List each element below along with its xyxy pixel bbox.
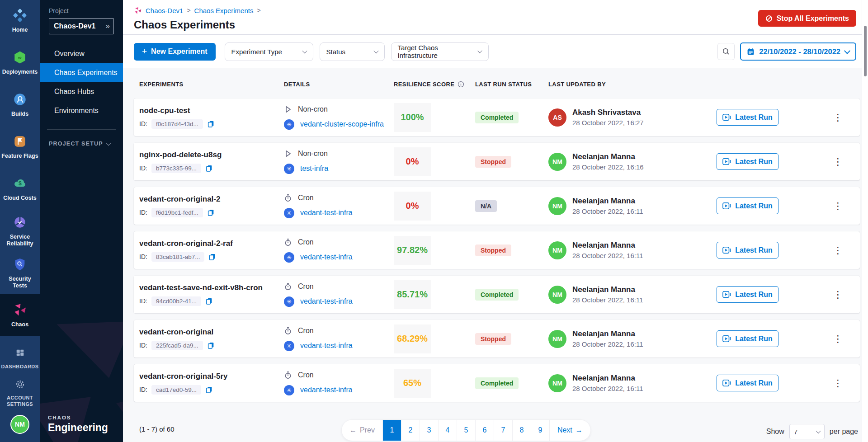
latest-run-button[interactable]: Latest Run [717, 109, 778, 126]
scrollbar-thumb[interactable] [864, 26, 867, 76]
module-label: Home [11, 27, 29, 33]
infra-link[interactable]: vedant-test-infra [300, 342, 353, 350]
page-button-8[interactable]: 8 [513, 420, 531, 441]
kubernetes-icon [284, 341, 294, 351]
experiment-row: vedant-cron-original ID:225fcad5-da9... … [134, 320, 860, 357]
copy-icon[interactable] [205, 165, 213, 172]
kebab-menu-icon[interactable] [830, 376, 846, 390]
search-button[interactable] [717, 43, 735, 60]
nav-item-chaos-hubs[interactable]: Chaos Hubs [40, 82, 123, 101]
infra-link[interactable]: vedant-test-infra [300, 253, 353, 261]
info-icon[interactable] [458, 81, 464, 88]
copy-icon[interactable] [205, 386, 213, 394]
copy-icon[interactable] [208, 253, 216, 261]
infra-link[interactable]: vedant-test-infra [300, 209, 353, 217]
nav-item-environments[interactable]: Environments [40, 101, 123, 120]
module-home[interactable]: Home [0, 0, 40, 42]
dashboards-label: DASHBOARDS [0, 364, 40, 370]
divider [47, 129, 116, 130]
prev-page-button[interactable]: Prev [342, 420, 383, 441]
copy-icon[interactable] [205, 297, 213, 305]
chaos-icon [13, 302, 27, 319]
copy-icon[interactable] [207, 120, 215, 128]
nav-item-chaos-experiments[interactable]: Chaos Experiments [40, 63, 123, 82]
nav-item-overview[interactable]: Overview [40, 44, 123, 63]
experiment-name[interactable]: vedant-cron-original-2 [139, 195, 284, 204]
account-settings-item[interactable]: ACCOUNT SETTINGS [0, 376, 40, 410]
copy-icon[interactable] [207, 209, 215, 216]
date-range-picker[interactable]: 22/10/2022 - 28/10/2022 [740, 42, 856, 61]
target-infrastructure-filter[interactable]: Target Chaos Infrastructure [391, 42, 489, 61]
builds-icon [13, 93, 27, 108]
feature-flags-icon [13, 135, 27, 150]
latest-run-button[interactable]: Latest Run [717, 197, 778, 214]
page-button-7[interactable]: 7 [494, 420, 513, 441]
experiment-id: 94cd00b2-41... [151, 296, 201, 306]
svg-text:$: $ [19, 181, 22, 187]
user-name: Neelanjan Manna [572, 285, 643, 294]
kebab-menu-icon[interactable] [830, 199, 846, 213]
stop-all-label: Stop All Experiments [777, 14, 849, 23]
latest-run-button[interactable]: Latest Run [717, 286, 778, 303]
project-select-input[interactable]: Chaos-Dev1 [49, 18, 114, 34]
stop-all-experiments-button[interactable]: Stop All Experiments [758, 10, 856, 27]
experiment-name[interactable]: vedant-cron-original-2-raf [139, 239, 284, 248]
table-header-row: EXPERIMENTS DETAILS RESILIENCE SCORE LAS… [134, 81, 860, 88]
kebab-menu-icon[interactable] [830, 110, 846, 124]
module-service-reliability[interactable]: Service Reliability [0, 210, 40, 252]
module-security-tests[interactable]: Security Tests [0, 252, 40, 294]
kebab-menu-icon[interactable] [830, 155, 846, 169]
new-experiment-button[interactable]: + New Experiment [134, 43, 216, 61]
run-icon [722, 335, 731, 343]
kebab-menu-icon[interactable] [830, 332, 846, 346]
user-name: Neelanjan Manna [572, 197, 643, 206]
project-setup-toggle[interactable]: PROJECT SETUP [49, 141, 110, 147]
page-button-1[interactable]: 1 [383, 420, 401, 441]
dashboards-item[interactable]: DASHBOARDS [0, 342, 40, 376]
breadcrumb-project[interactable]: Chaos-Dev1 [146, 7, 183, 14]
experiment-name[interactable]: nginx-pod-delete-u8sg [139, 150, 284, 160]
latest-run-button[interactable]: Latest Run [717, 330, 778, 347]
module-builds[interactable]: Builds [0, 84, 40, 126]
next-page-button[interactable]: Next [550, 420, 590, 441]
latest-run-button[interactable]: Latest Run [717, 153, 778, 170]
kebab-menu-icon[interactable] [830, 243, 846, 257]
infra-link[interactable]: vedant-test-infra [300, 297, 353, 306]
experiment-name[interactable]: vedant-cron-original-5ry [139, 372, 284, 381]
update-date: 28 October 2022, 16:11 [572, 207, 643, 215]
experiment-name[interactable]: vedant-cron-original [139, 328, 284, 337]
breadcrumb-page[interactable]: Chaos Experiments [194, 7, 254, 14]
experiment-type-filter[interactable]: Experiment Type [225, 42, 313, 61]
module-cloud-costs[interactable]: $ Cloud Costs [0, 168, 40, 210]
module-feature-flags[interactable]: Feature Flags [0, 126, 40, 168]
vertical-scrollbar[interactable] [862, 0, 868, 442]
module-deployments[interactable]: ∞ Deployments [0, 42, 40, 84]
infra-link[interactable]: vedant-cluster-scope-infra [300, 120, 384, 128]
project-name: Chaos-Dev1 [54, 22, 95, 30]
infra-link[interactable]: vedant-test-infra [300, 386, 353, 394]
experiment-id: b773c335-99... [151, 164, 201, 173]
kebab-menu-icon[interactable] [830, 287, 846, 301]
page-button-4[interactable]: 4 [439, 420, 457, 441]
page-button-6[interactable]: 6 [476, 420, 494, 441]
page-button-5[interactable]: 5 [457, 420, 476, 441]
cron-stopwatch-icon [284, 282, 292, 291]
user-avatar[interactable]: NM [10, 415, 29, 434]
experiment-name[interactable]: vedant-test-save-nd-exit-v8h-cron [139, 283, 284, 292]
expand-icon[interactable] [106, 22, 110, 31]
latest-run-button[interactable]: Latest Run [717, 375, 778, 391]
module-chaos[interactable]: Chaos [0, 294, 40, 336]
plus-icon: + [142, 47, 147, 56]
experiment-id: cad17ed0-59... [151, 385, 201, 395]
infra-link[interactable]: test-infra [300, 165, 328, 173]
experiment-name[interactable]: node-cpu-test [139, 106, 284, 115]
page-button-2[interactable]: 2 [401, 420, 420, 441]
copy-icon[interactable] [207, 342, 215, 349]
latest-run-button[interactable]: Latest Run [717, 242, 778, 259]
page-button-3[interactable]: 3 [420, 420, 439, 441]
project-setup-label: PROJECT SETUP [49, 141, 103, 147]
per-page-select[interactable]: 7 [789, 424, 825, 439]
page-button-9[interactable]: 9 [531, 420, 550, 441]
security-tests-icon [13, 258, 27, 273]
status-filter[interactable]: Status [320, 42, 385, 61]
